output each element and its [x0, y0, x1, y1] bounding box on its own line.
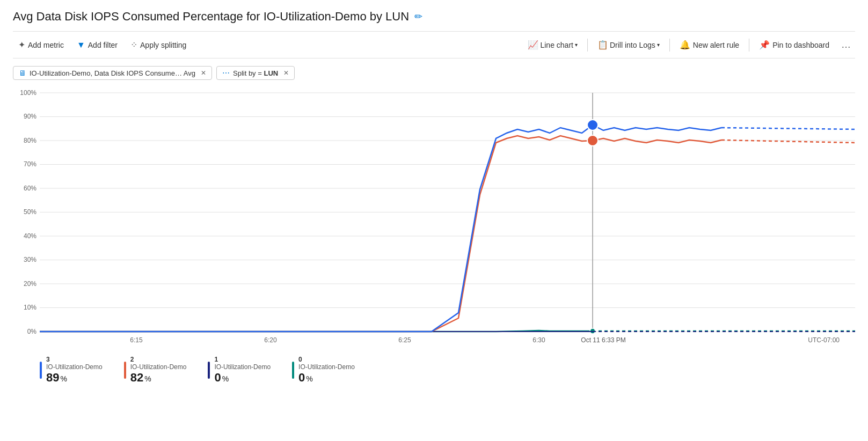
legend-item-2-text: 2 IO-Utilization-Demo 82% [130, 356, 187, 385]
line-chart-icon: 📈 [528, 40, 538, 50]
apply-splitting-label: Apply splitting [140, 41, 186, 49]
line-chart-label: Line chart [540, 41, 573, 49]
filter-row: 🖥 IO-Utilization-Demo, Data Disk IOPS Co… [13, 66, 855, 80]
legend-color-3 [40, 362, 42, 379]
more-icon: … [841, 39, 851, 50]
legend-item-3-text: 3 IO-Utilization-Demo 89% [46, 356, 103, 385]
toolbar-right: 📈 Line chart ▾ 📋 Drill into Logs ▾ 🔔 New… [522, 36, 855, 54]
separator-1 [587, 39, 588, 52]
line-chart-chevron: ▾ [575, 42, 578, 48]
new-alert-label: New alert rule [693, 41, 739, 49]
pin-dashboard-button[interactable]: 📌 Pin to dashboard [754, 36, 835, 53]
legend-color-0 [292, 362, 294, 379]
legend-color-2 [124, 362, 126, 379]
svg-text:30%: 30% [24, 256, 37, 263]
svg-point-38 [587, 120, 598, 130]
legend-item-1-text: 1 IO-Utilization-Demo 0% [214, 356, 271, 385]
svg-text:6:25: 6:25 [398, 336, 411, 344]
new-alert-button[interactable]: 🔔 New alert rule [674, 36, 745, 53]
legend-item-0-text: 0 IO-Utilization-Demo 0% [298, 356, 355, 385]
svg-text:UTC-07:00: UTC-07:00 [808, 336, 840, 344]
chart-area: 100% 90% 80% 70% 60% 50% 40% 30% 20% 10%… [13, 87, 855, 350]
add-filter-button[interactable]: ▼ Add filter [71, 37, 123, 53]
legend-item-2: 2 IO-Utilization-Demo 82% [124, 356, 187, 385]
title-row: Avg Data Disk IOPS Consumed Percentage f… [13, 10, 855, 24]
add-filter-icon: ▼ [77, 40, 85, 50]
drill-logs-button[interactable]: 📋 Drill into Logs ▾ [592, 36, 665, 53]
legend-item-1-inner: 1 IO-Utilization-Demo 0% [208, 356, 271, 385]
metric-pill-close[interactable]: ✕ [201, 69, 206, 77]
drill-logs-label: Drill into Logs [610, 41, 655, 49]
legend-item-3-inner: 3 IO-Utilization-Demo 89% [40, 356, 103, 385]
legend-item-1: 1 IO-Utilization-Demo 0% [208, 356, 271, 385]
split-pill-icon: ⋯ [222, 69, 230, 77]
svg-text:90%: 90% [24, 113, 37, 120]
alert-icon: 🔔 [680, 40, 690, 50]
legend-row: 3 IO-Utilization-Demo 89% 2 IO-Utilizati… [13, 356, 855, 385]
legend-name-1: IO-Utilization-Demo [214, 363, 271, 371]
chart-svg: 100% 90% 80% 70% 60% 50% 40% 30% 20% 10%… [13, 87, 855, 350]
legend-lun-0: 0 [298, 356, 355, 363]
legend-name-3: IO-Utilization-Demo [46, 363, 103, 371]
svg-text:10%: 10% [24, 304, 37, 311]
pin-icon: 📌 [759, 40, 770, 50]
legend-name-2: IO-Utilization-Demo [130, 363, 187, 371]
svg-text:Oct 11 6:33 PM: Oct 11 6:33 PM [581, 336, 625, 344]
metric-filter-pill[interactable]: 🖥 IO-Utilization-Demo, Data Disk IOPS Co… [13, 66, 212, 80]
apply-splitting-icon: ⁘ [130, 40, 137, 50]
svg-text:6:30: 6:30 [533, 336, 545, 344]
metric-pill-icon: 🖥 [19, 69, 26, 77]
legend-value-0: 0% [298, 371, 355, 385]
svg-text:70%: 70% [24, 160, 37, 168]
legend-value-1: 0% [214, 371, 271, 385]
metric-pill-text: IO-Utilization-Demo, Data Disk IOPS Cons… [30, 69, 195, 77]
legend-color-1 [208, 362, 210, 379]
legend-item-2-inner: 2 IO-Utilization-Demo 82% [124, 356, 187, 385]
apply-splitting-button[interactable]: ⁘ Apply splitting [125, 36, 192, 53]
split-pill-close[interactable]: ✕ [283, 69, 289, 77]
legend-lun-2: 2 [130, 356, 187, 363]
svg-text:50%: 50% [24, 208, 37, 216]
edit-icon[interactable]: ✏ [414, 11, 422, 23]
legend-name-0: IO-Utilization-Demo [298, 363, 355, 371]
svg-point-36 [587, 135, 598, 146]
svg-text:20%: 20% [24, 280, 37, 288]
svg-text:6:15: 6:15 [130, 336, 143, 344]
legend-item-0: 0 IO-Utilization-Demo 0% [292, 356, 355, 385]
page-container: Avg Data Disk IOPS Consumed Percentage f… [0, 0, 868, 391]
svg-text:80%: 80% [24, 137, 37, 144]
add-metric-button[interactable]: ✦ Add metric [13, 36, 69, 53]
legend-lun-1: 1 [214, 356, 271, 363]
add-filter-label: Add filter [88, 41, 118, 49]
separator-2 [669, 39, 670, 52]
toolbar: ✦ Add metric ▼ Add filter ⁘ Apply splitt… [13, 31, 855, 58]
legend-item-3: 3 IO-Utilization-Demo 89% [40, 356, 103, 385]
legend-value-2: 82% [130, 371, 187, 385]
svg-text:40%: 40% [24, 232, 37, 240]
svg-text:60%: 60% [24, 185, 37, 192]
svg-text:100%: 100% [20, 89, 37, 97]
split-filter-pill[interactable]: ⋯ Split by = LUN ✕ [216, 66, 295, 80]
drill-logs-icon: 📋 [597, 40, 608, 50]
legend-item-0-inner: 0 IO-Utilization-Demo 0% [292, 356, 355, 385]
drill-logs-chevron: ▾ [657, 42, 660, 48]
legend-lun-3: 3 [46, 356, 103, 363]
page-title: Avg Data Disk IOPS Consumed Percentage f… [13, 10, 409, 24]
add-metric-icon: ✦ [18, 40, 25, 50]
separator-3 [749, 39, 749, 52]
split-pill-text: Split by = LUN [233, 69, 278, 77]
line-chart-button[interactable]: 📈 Line chart ▾ [522, 36, 582, 53]
svg-text:0%: 0% [27, 328, 37, 335]
pin-dashboard-label: Pin to dashboard [772, 41, 829, 49]
add-metric-label: Add metric [28, 41, 64, 49]
legend-value-3: 89% [46, 371, 103, 385]
more-button[interactable]: … [837, 36, 855, 54]
svg-text:6:20: 6:20 [264, 336, 277, 344]
